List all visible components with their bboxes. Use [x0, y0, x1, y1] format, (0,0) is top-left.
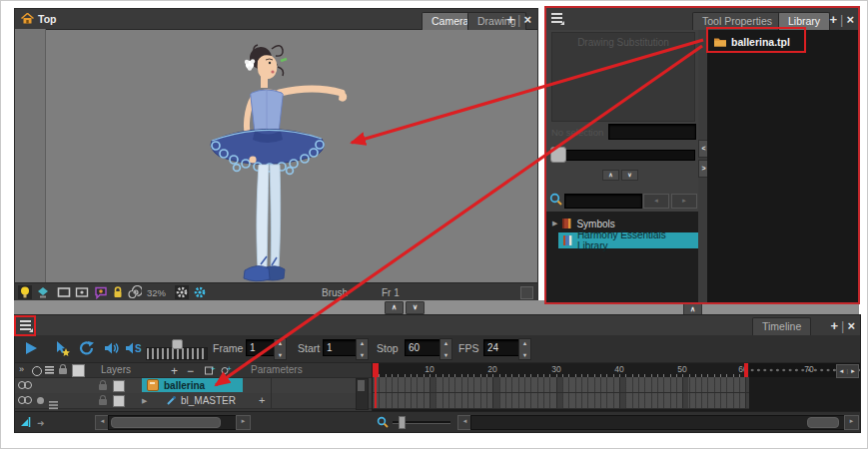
column-splitter[interactable]: < > [698, 30, 707, 302]
spin-up-icon[interactable]: ▲ [443, 340, 448, 346]
camera-mask-icon[interactable] [57, 285, 71, 299]
close-view-button[interactable]: × [846, 12, 854, 27]
spin-up-icon[interactable]: ▲ [360, 340, 365, 346]
panel-menu-icon[interactable] [551, 13, 564, 24]
safe-area-icon[interactable] [75, 285, 89, 299]
sound-scrubbing-button[interactable]: S [125, 340, 143, 356]
layer-row-bl-master[interactable]: ▶ bl_MASTER + [15, 393, 372, 409]
start-spinner[interactable]: ▲ ▼ [356, 338, 369, 360]
add-layer-button[interactable]: + [171, 364, 178, 378]
stop-spinner[interactable]: ▲ ▼ [439, 338, 452, 360]
add-peg-icon[interactable]: + [221, 365, 232, 377]
scrollbar-thumb[interactable] [807, 417, 839, 428]
ruler-nav-prev[interactable]: ◄ [839, 366, 845, 377]
chat-bubble-icon[interactable] [94, 285, 108, 299]
timeline-zoom-slider-handle[interactable] [399, 416, 406, 429]
spin-down-icon[interactable]: ▼ [360, 352, 365, 358]
search-next-button[interactable]: ► [671, 194, 697, 209]
sound-button[interactable] [103, 340, 121, 356]
expand-arrow-icon[interactable]: ➜ [37, 418, 45, 428]
expand-arrow-icon[interactable]: ▶ [142, 397, 147, 405]
current-frame-label: Fr 1 [382, 287, 400, 298]
tab-tool-properties[interactable]: Tool Properties [692, 12, 782, 30]
spin-down-icon[interactable]: ▼ [522, 352, 527, 358]
substitution-name-field[interactable] [608, 124, 696, 140]
spin-up-icon[interactable]: ▲ [522, 340, 527, 346]
frame-spinner[interactable]: ▲ ▼ [274, 338, 287, 360]
spin-down-icon[interactable]: ▼ [443, 352, 448, 358]
tab-timeline[interactable]: Timeline [752, 317, 811, 335]
hscroll-right-button[interactable]: ► [236, 415, 251, 430]
spin-up-icon[interactable]: ▲ [278, 340, 283, 346]
underlay-icon[interactable] [36, 285, 50, 299]
tree-item-harmony-library[interactable]: Harmony Essentials Library [546, 232, 698, 248]
layers-hscrollbar[interactable] [108, 415, 238, 430]
stop-field[interactable] [405, 339, 442, 356]
ruler-nav-buttons[interactable]: ◄ | ► [836, 364, 859, 378]
frame-track-ballerina[interactable] [373, 377, 749, 393]
frame-track-bl-master[interactable] [373, 393, 749, 409]
double-circle-icon[interactable] [18, 396, 33, 405]
add-view-button[interactable]: + [830, 318, 838, 333]
spiral-icon[interactable] [128, 285, 142, 299]
timeline-menu-icon[interactable] [20, 320, 33, 331]
add-drawing-layer-icon[interactable]: + [205, 365, 216, 377]
fps-field[interactable] [483, 339, 521, 356]
timeline-frames-area[interactable]: 10 20 30 40 50 60 70 ◄ | ► [372, 363, 860, 412]
ruler-nav-next[interactable]: ► [850, 366, 856, 377]
render-gear-icon[interactable] [175, 285, 189, 299]
scrollbar-thumb[interactable] [358, 380, 365, 391]
playhead-marker[interactable] [373, 363, 379, 377]
layer-checkbox[interactable] [113, 380, 125, 392]
play-button[interactable] [23, 340, 41, 356]
close-view-button[interactable]: × [847, 318, 855, 333]
selected-layer-bar[interactable]: ballerina [142, 378, 243, 392]
light-bulb-icon[interactable] [18, 285, 32, 299]
home-icon[interactable] [21, 13, 34, 24]
double-circle-icon[interactable] [18, 381, 33, 390]
collapse-up-button[interactable]: ∧ [385, 301, 404, 314]
frames-hscrollbar[interactable] [470, 415, 846, 430]
add-view-button[interactable]: + [506, 12, 514, 27]
stack-icon[interactable] [45, 366, 54, 376]
waveform-toggle-icon[interactable] [20, 416, 35, 428]
expand-arrow-icon[interactable]: ▶ [552, 220, 557, 227]
eye-toggle-icon[interactable] [32, 366, 42, 376]
scrollbar-thumb[interactable] [111, 417, 221, 428]
mini-collapse-down[interactable]: ∨ [621, 170, 638, 181]
select-all-checkbox[interactable] [72, 364, 85, 377]
stop-frame-marker[interactable] [744, 363, 748, 377]
volume-slider[interactable] [146, 339, 206, 359]
frames-hscroll-right-button[interactable]: ► [844, 415, 859, 430]
tab-library[interactable]: Library [778, 12, 830, 30]
search-prev-button[interactable]: ◄ [643, 194, 669, 209]
volume-slider-handle[interactable] [172, 339, 183, 349]
frame-ruler[interactable]: 10 20 30 40 50 60 [373, 363, 749, 377]
expand-parameters-button[interactable]: + [259, 394, 265, 406]
substitution-slider-handle[interactable] [550, 147, 566, 163]
layer-checkbox[interactable] [113, 395, 125, 407]
close-view-button[interactable]: × [523, 12, 531, 27]
layers-vertical-scrollbar[interactable] [356, 378, 369, 410]
layer-lock-icon[interactable] [99, 399, 107, 405]
play-selection-button[interactable] [53, 340, 71, 356]
library-search-input[interactable] [564, 194, 642, 209]
fps-spinner[interactable]: ▲ ▼ [518, 338, 531, 360]
delete-layer-button[interactable]: − [187, 364, 194, 378]
zoom-level[interactable]: 32% [147, 287, 166, 298]
substitution-slider-track[interactable] [550, 150, 695, 161]
spin-down-icon[interactable]: ▼ [278, 352, 283, 358]
loop-button[interactable] [78, 340, 96, 356]
render-settings-gear-icon[interactable] [193, 285, 207, 299]
layer-row-ballerina[interactable]: ballerina [15, 378, 372, 394]
double-arrow-icon[interactable]: » [19, 364, 24, 374]
layer-lock-icon[interactable] [99, 384, 107, 390]
dot-icon[interactable] [37, 397, 44, 404]
collapse-down-button[interactable]: ∨ [406, 301, 425, 314]
library-file-item[interactable]: ballerina.tpl [707, 32, 858, 51]
lock-all-icon[interactable] [59, 368, 67, 374]
start-field[interactable] [323, 339, 359, 356]
statusbar-checkbox[interactable] [520, 286, 533, 299]
mini-collapse-up[interactable]: ∧ [602, 170, 619, 181]
add-view-button[interactable]: + [829, 12, 837, 27]
